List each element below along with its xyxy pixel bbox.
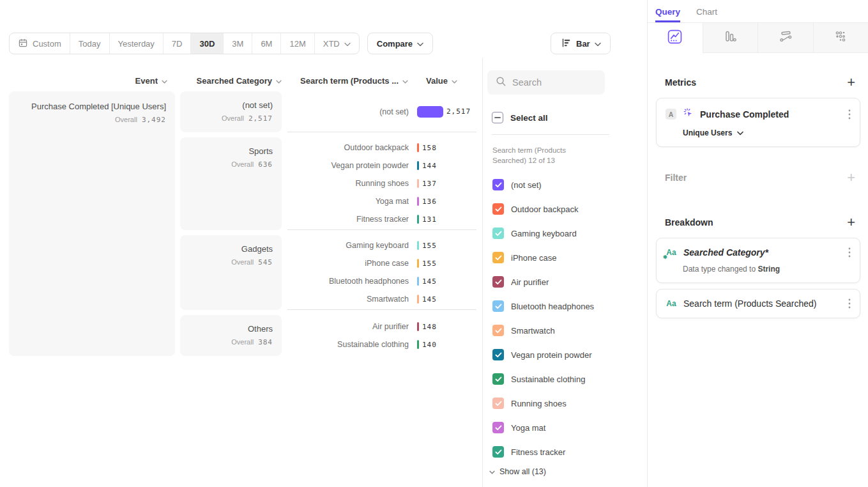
checked-checkbox[interactable] [492,446,504,458]
string-property-icon: Aa✱ [666,248,677,257]
checked-checkbox[interactable] [492,398,504,409]
event-card: Purchase Completed [Unique Users] Overal… [9,91,175,356]
value-bar [417,143,419,152]
flows-icon [779,29,793,46]
breakdown-card-search-term[interactable]: Aa Search term (Products Searched) [656,289,860,318]
column-header-value[interactable]: Value [426,76,457,86]
overall-value: 545 [258,258,273,267]
date-range-6m[interactable]: 6M [252,33,281,54]
date-range-custom[interactable]: Custom [10,33,70,54]
segment-item[interactable]: Vegan protein powder [492,343,647,367]
add-filter-button[interactable]: + [847,171,855,184]
value-bar [417,340,419,349]
segment-item[interactable]: Smartwatch [492,318,647,343]
column-header-search-term[interactable]: Search term (Products ... [287,76,408,86]
segment-item[interactable]: Gaming keyboard [492,221,647,245]
report-tab-insights[interactable] [648,23,703,53]
grid-header-row: Event Searched Category Search term (Pro… [9,72,457,89]
category-name: Sports [189,146,273,156]
search-icon [496,76,506,89]
overall-value: 2,517 [248,114,273,123]
search-box[interactable] [487,70,605,95]
metric-card[interactable]: A Purchase Completed Unique Users [656,98,860,147]
chevron-down-icon [737,128,743,137]
value-text: 137 [422,180,437,188]
overall-label: Overall [115,116,137,123]
checked-checkbox[interactable] [492,349,504,360]
report-tab-flows[interactable] [758,23,813,53]
kebab-menu-icon[interactable] [848,298,851,309]
retention-icon [834,29,848,46]
date-range-yesterday[interactable]: Yesterday [110,33,164,54]
chart-type-button[interactable]: Bar [551,33,611,54]
funnels-icon [723,29,737,46]
checked-checkbox[interactable] [492,422,504,433]
search-term-rows: (not set)2,517 [287,91,476,132]
value-bar [417,161,419,170]
search-term-rows: Gaming keyboard155iPhone case155Bluetoot… [287,235,476,310]
kebab-menu-icon[interactable] [848,109,851,120]
checked-checkbox[interactable] [492,276,504,288]
date-range-xtd[interactable]: XTD [315,33,359,54]
category-bands: (not set)Overall2,517(not set)2,517Sport… [180,91,476,356]
checked-checkbox[interactable] [492,373,504,385]
checked-checkbox[interactable] [492,252,504,263]
breakdown-card-searched-category[interactable]: Aa✱ Searched Category* Data type changed… [656,238,860,283]
date-range-7d[interactable]: 7D [164,33,192,54]
segment-item[interactable]: iPhone case [492,245,647,270]
segment-item[interactable]: Running shoes [492,391,647,415]
segment-item[interactable]: Air purifier [492,270,647,294]
checked-checkbox[interactable] [492,203,504,215]
event-overall: Overall3,492 [18,116,166,124]
add-metric-button[interactable]: + [847,76,855,89]
segment-item[interactable]: Bluetooth headphones [492,294,647,318]
date-range-today[interactable]: Today [70,33,110,54]
segment-item[interactable]: Yoga mat [492,415,647,440]
overall-value: 3,492 [142,116,166,124]
tab-query[interactable]: Query [655,7,680,22]
column-header-searched-category[interactable]: Searched Category [180,76,282,86]
compare-button[interactable]: Compare [367,33,433,54]
show-all-button[interactable]: Show all (13) [489,467,647,476]
date-range-12m[interactable]: 12M [281,33,314,54]
category-band: GadgetsOverall545Gaming keyboard155iPhon… [180,235,476,310]
checked-checkbox[interactable] [492,300,504,312]
report-tab-retention[interactable] [813,23,868,53]
query-sidebar: Query Chart Metrics + A Purchase Complet… [647,0,868,487]
segment-item[interactable]: Fitness tracker [492,440,647,464]
segment-item[interactable]: (not set) [492,173,647,197]
segment-item[interactable]: Sustainable clothing [492,367,647,391]
search-input[interactable] [512,77,595,88]
checked-checkbox[interactable] [492,179,504,190]
select-all-row[interactable]: Select all [492,112,647,123]
checked-checkbox[interactable] [492,228,504,239]
tab-chart[interactable]: Chart [696,7,717,22]
date-range-30d[interactable]: 30D [191,33,224,54]
search-term-row: Air purifier148 [287,318,476,336]
checked-checkbox[interactable] [492,325,504,336]
search-term-label: Running shoes [287,179,409,188]
search-term-rows: Outdoor backpack158Vegan protein powder1… [287,137,476,230]
kebab-menu-icon[interactable] [848,247,851,258]
report-tab-funnels[interactable] [703,23,758,53]
indeterminate-checkbox[interactable] [492,112,503,123]
segment-item[interactable]: Outdoor backpack [492,197,647,221]
add-breakdown-button[interactable]: + [847,216,855,229]
measure-selector[interactable]: Unique Users [683,128,851,137]
segment-item-label: Gaming keyboard [511,229,577,238]
date-range-label: Today [79,39,101,49]
value-bar [417,106,443,118]
search-term-row: Outdoor backpack158 [287,139,476,157]
segment-checkbox-list: (not set)Outdoor backpackGaming keyboard… [487,173,647,464]
column-header-event[interactable]: Event [9,76,167,86]
category-band: (not set)Overall2,517(not set)2,517 [180,91,476,132]
category-band: SportsOverall636Outdoor backpack158Vegan… [180,137,476,230]
divider [492,134,609,135]
date-range-label: XTD [323,39,340,49]
date-range-3m[interactable]: 3M [224,33,252,54]
search-term-row: iPhone case155 [287,254,476,272]
category-name: (not set) [189,100,273,110]
chevron-down-icon [595,39,601,49]
value-bar [417,241,419,250]
date-range-label: Custom [33,39,61,49]
